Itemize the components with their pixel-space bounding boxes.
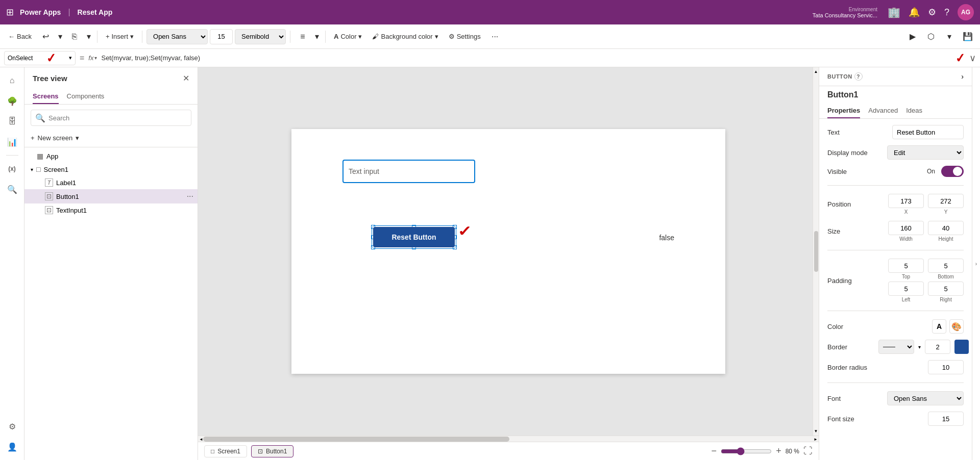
tree-item-button1[interactable]: ⊡ Button1 ··· — [24, 189, 198, 203]
panel-help-icon[interactable]: ? — [854, 72, 863, 81]
tree-close-button[interactable]: ✕ — [183, 73, 189, 83]
undo-button[interactable]: ↩ — [38, 29, 54, 45]
tab-screens[interactable]: Screens — [33, 89, 59, 104]
hscroll-right-arrow[interactable]: ► — [813, 436, 819, 442]
color-button[interactable]: A Color ▾ — [330, 31, 366, 42]
text-label: Text — [827, 129, 878, 136]
tree-item-textinput1[interactable]: ⊡ TextInput1 — [24, 203, 198, 217]
zoom-slider[interactable] — [721, 447, 772, 455]
panel-tab-advanced[interactable]: Advanced — [868, 104, 898, 118]
fill-color-button[interactable]: 🎨 — [949, 319, 964, 334]
font-size-field[interactable] — [928, 412, 964, 426]
panel-tab-ideas[interactable]: Ideas — [906, 104, 922, 118]
nav-icon-search[interactable]: 🔍 — [3, 180, 21, 198]
copy-button[interactable]: ⎘ — [66, 29, 83, 45]
download-dropdown[interactable]: ▾ — [941, 29, 958, 45]
bg-color-button[interactable]: 🖌 Background color ▾ — [368, 31, 442, 42]
user-avatar[interactable]: AG — [958, 4, 974, 20]
tab-components[interactable]: Components — [67, 89, 105, 104]
formula-input[interactable] — [101, 51, 951, 65]
border-color-swatch[interactable] — [954, 340, 969, 354]
panel-collapse-strip[interactable]: › — [972, 67, 980, 460]
tree-search-box: 🔍 — [31, 110, 191, 126]
fx-indicator[interactable]: fx ▾ — [88, 54, 97, 62]
panel-collapse-icon[interactable]: › — [961, 72, 964, 81]
save-button[interactable]: 💾 — [960, 29, 976, 45]
property-selector[interactable]: OnSelect ✓ ▾ — [4, 51, 76, 65]
zoom-minus-button[interactable]: − — [712, 446, 717, 456]
button1-more-icon[interactable]: ··· — [187, 192, 193, 201]
canvas-reset-button[interactable]: Reset Button — [373, 227, 455, 247]
bell-icon[interactable]: 🔔 — [909, 7, 920, 18]
insert-button[interactable]: + Insert ▾ — [102, 31, 138, 42]
settings-button[interactable]: ⚙ Settings — [445, 31, 485, 42]
nav-icon-data[interactable]: 🗄 — [3, 112, 21, 131]
search-input[interactable] — [48, 114, 187, 122]
nav-icon-charts[interactable]: 📊 — [3, 133, 21, 151]
pad-bottom-input[interactable] — [928, 259, 964, 273]
company-icon[interactable]: 🏢 — [888, 6, 900, 18]
fullscreen-button[interactable]: ⛶ — [803, 446, 813, 456]
pos-y-input[interactable] — [928, 194, 964, 208]
font-selector[interactable]: Open Sans — [146, 29, 208, 44]
insert-label: Insert — [112, 33, 129, 40]
apps-icon[interactable]: ⊞ — [6, 7, 14, 18]
app-label: App — [46, 152, 193, 160]
display-mode-select[interactable]: Edit — [887, 145, 964, 160]
pad-bottom-wrap: Bottom — [928, 259, 964, 279]
border-width-input[interactable] — [925, 340, 950, 354]
pos-x-input[interactable] — [888, 194, 924, 208]
font-size-input[interactable] — [210, 29, 233, 44]
preview-button[interactable]: ▶ — [904, 29, 921, 45]
text-align-button[interactable]: ≡ — [295, 29, 311, 45]
visible-toggle[interactable] — [941, 166, 964, 177]
font-select[interactable]: Open Sans — [887, 391, 964, 405]
panel-tab-properties[interactable]: Properties — [827, 104, 860, 118]
nav-icon-settings[interactable]: ⚙ — [3, 417, 21, 436]
border-radius-label: Border radius — [827, 364, 878, 371]
undo-dropdown[interactable]: ▾ — [56, 29, 64, 45]
bg-color-dropdown-icon: ▾ — [435, 33, 438, 40]
tree-item-app[interactable]: ▦ App — [24, 149, 198, 163]
canvas-scroll[interactable]: ▲ ▼ Text input — [198, 67, 819, 436]
fx-dropdown: ▾ — [94, 55, 97, 61]
padding-inputs: Top Bottom Left — [888, 259, 964, 302]
tree-item-label1[interactable]: T Label1 — [24, 176, 198, 189]
border-row: Border —— ▾ — [827, 340, 964, 354]
size-w-input[interactable] — [888, 221, 924, 235]
formula-expand[interactable]: ∨ — [969, 53, 976, 64]
nav-icon-user[interactable]: 👤 — [3, 438, 21, 456]
pad-left-input[interactable] — [888, 282, 924, 296]
pad-right-input[interactable] — [928, 282, 964, 296]
font-weight-selector[interactable]: Semibold — [235, 29, 286, 44]
nav-icon-home[interactable]: ⌂ — [3, 71, 21, 90]
more-button[interactable]: ··· — [487, 29, 503, 45]
back-button[interactable]: ← Back — [4, 31, 36, 42]
text-input[interactable] — [892, 125, 964, 139]
new-screen-button[interactable]: + New screen ▾ — [24, 131, 198, 145]
text-align-dropdown[interactable]: ▾ — [313, 29, 321, 45]
tree-item-screen1[interactable]: ▾ □ Screen1 — [24, 163, 198, 176]
button1-tab[interactable]: ⊡ Button1 — [251, 445, 293, 457]
vscroll-thumb[interactable] — [814, 231, 818, 272]
hscroll-thumb[interactable] — [203, 437, 509, 442]
toggle-thumb — [953, 167, 962, 176]
hscroll-bar[interactable]: ◄ ► — [198, 436, 819, 442]
zoom-plus-button[interactable]: + — [776, 446, 781, 456]
nav-icon-tree[interactable]: 🌳 — [3, 92, 21, 110]
size-h-input[interactable] — [928, 221, 964, 235]
publish-button[interactable]: ⬡ — [923, 29, 939, 45]
zoom-level: 80 % — [786, 448, 799, 455]
pad-top-input[interactable] — [888, 259, 924, 273]
border-radius-input[interactable] — [928, 360, 964, 374]
screen1-tab[interactable]: □ Screen1 — [204, 445, 247, 457]
border-style-select[interactable]: —— — [878, 340, 914, 354]
new-screen-label: New screen — [38, 134, 73, 142]
nav-icon-variables[interactable]: (x) — [3, 160, 21, 178]
gear-icon[interactable]: ⚙ — [928, 7, 936, 18]
help-icon[interactable]: ? — [944, 7, 949, 18]
vscroll-up-arrow[interactable]: ▲ — [812, 67, 819, 76]
vscroll-down-arrow[interactable]: ▼ — [812, 427, 819, 436]
paste-dropdown[interactable]: ▾ — [85, 29, 93, 45]
font-color-button[interactable]: A — [932, 319, 946, 334]
